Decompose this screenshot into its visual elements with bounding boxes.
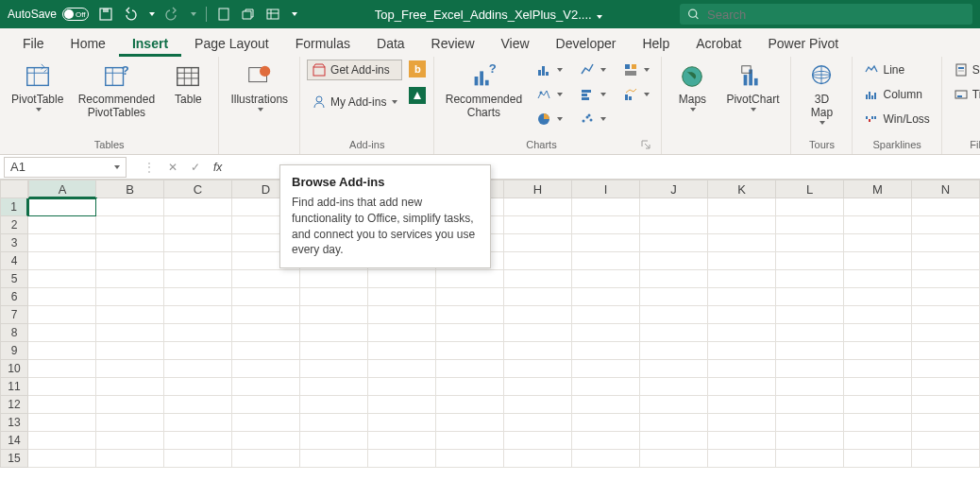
tab-data[interactable]: Data	[363, 30, 418, 57]
cell[interactable]	[368, 396, 436, 414]
cell[interactable]	[844, 234, 912, 252]
cell[interactable]	[708, 234, 776, 252]
cell[interactable]	[232, 378, 300, 396]
redo-icon[interactable]	[164, 7, 179, 22]
cell[interactable]	[28, 216, 96, 234]
cell[interactable]	[572, 306, 640, 324]
cell[interactable]	[844, 342, 912, 360]
hierarchy-chart-button[interactable]	[619, 60, 653, 79]
cell[interactable]	[300, 414, 368, 432]
column-header[interactable]: A	[28, 180, 96, 198]
cell[interactable]	[776, 198, 844, 216]
cell[interactable]	[368, 270, 436, 288]
cell[interactable]	[300, 306, 368, 324]
cell[interactable]	[300, 342, 368, 360]
cell[interactable]	[436, 288, 504, 306]
cell[interactable]	[96, 198, 164, 216]
cell[interactable]	[640, 288, 708, 306]
save-icon[interactable]	[98, 7, 113, 22]
tab-file[interactable]: File	[9, 30, 58, 57]
cell[interactable]	[776, 234, 844, 252]
scatter-chart-button[interactable]	[576, 110, 610, 129]
slicer-button[interactable]: Slicer	[950, 60, 980, 79]
cell[interactable]	[28, 324, 96, 342]
cell[interactable]	[164, 234, 232, 252]
cell[interactable]	[96, 306, 164, 324]
cell[interactable]	[844, 252, 912, 270]
row-header[interactable]: 15	[0, 450, 28, 468]
column-header[interactable]: L	[776, 180, 844, 198]
cell[interactable]	[232, 270, 300, 288]
qat-icon-3[interactable]	[265, 7, 280, 22]
namebox-expand-icon[interactable]: ⋮	[144, 161, 155, 174]
cell[interactable]	[912, 396, 980, 414]
cell[interactable]	[96, 450, 164, 468]
cell[interactable]	[776, 306, 844, 324]
cell[interactable]	[708, 360, 776, 378]
column-header[interactable]: I	[572, 180, 640, 198]
cell[interactable]	[708, 288, 776, 306]
cell[interactable]	[436, 450, 504, 468]
cell[interactable]	[504, 396, 572, 414]
row-header[interactable]: 12	[0, 396, 28, 414]
cell[interactable]	[164, 360, 232, 378]
cell[interactable]	[708, 270, 776, 288]
row-header[interactable]: 9	[0, 342, 28, 360]
cell[interactable]	[640, 216, 708, 234]
cell[interactable]	[504, 198, 572, 216]
cell[interactable]	[572, 252, 640, 270]
cell[interactable]	[300, 270, 368, 288]
cell[interactable]	[640, 432, 708, 450]
cell[interactable]	[164, 378, 232, 396]
cell[interactable]	[572, 216, 640, 234]
cell[interactable]	[164, 396, 232, 414]
cell[interactable]	[436, 342, 504, 360]
row-header[interactable]: 2	[0, 216, 28, 234]
cell[interactable]	[912, 342, 980, 360]
cell[interactable]	[368, 360, 436, 378]
cell[interactable]	[164, 324, 232, 342]
column-header[interactable]: M	[844, 180, 912, 198]
cell[interactable]	[96, 342, 164, 360]
table-button[interactable]: Table	[165, 60, 211, 108]
cell[interactable]	[504, 216, 572, 234]
cell[interactable]	[28, 432, 96, 450]
cell[interactable]	[164, 450, 232, 468]
cell[interactable]	[844, 270, 912, 288]
column-chart-button[interactable]	[532, 60, 566, 79]
cell[interactable]	[28, 396, 96, 414]
cell[interactable]	[504, 234, 572, 252]
cell[interactable]	[300, 360, 368, 378]
stat-chart-button[interactable]	[532, 85, 566, 104]
cell[interactable]	[776, 360, 844, 378]
cell[interactable]	[776, 432, 844, 450]
pivottable-button[interactable]: PivotTable	[8, 60, 67, 113]
cell[interactable]	[708, 324, 776, 342]
cell[interactable]	[28, 342, 96, 360]
cell[interactable]	[640, 198, 708, 216]
cell[interactable]	[844, 396, 912, 414]
tab-insert[interactable]: Insert	[119, 30, 181, 57]
qat-icon-1[interactable]	[216, 7, 231, 22]
cell[interactable]	[164, 432, 232, 450]
tab-developer[interactable]: Developer	[543, 30, 630, 57]
cell[interactable]	[640, 450, 708, 468]
cell[interactable]	[436, 306, 504, 324]
cell[interactable]	[844, 360, 912, 378]
cell[interactable]	[844, 306, 912, 324]
cell[interactable]	[572, 378, 640, 396]
cell[interactable]	[96, 414, 164, 432]
cell[interactable]	[96, 252, 164, 270]
undo-dropdown-icon[interactable]	[149, 12, 155, 16]
tab-page-layout[interactable]: Page Layout	[181, 30, 282, 57]
cell[interactable]	[96, 432, 164, 450]
cell[interactable]	[572, 234, 640, 252]
cell[interactable]	[640, 306, 708, 324]
enter-icon[interactable]: ✓	[191, 161, 200, 174]
cell[interactable]	[504, 324, 572, 342]
cell[interactable]	[504, 360, 572, 378]
cell[interactable]	[28, 234, 96, 252]
maps-button[interactable]: Maps	[669, 60, 715, 113]
tab-home[interactable]: Home	[58, 30, 119, 57]
cell[interactable]	[708, 396, 776, 414]
